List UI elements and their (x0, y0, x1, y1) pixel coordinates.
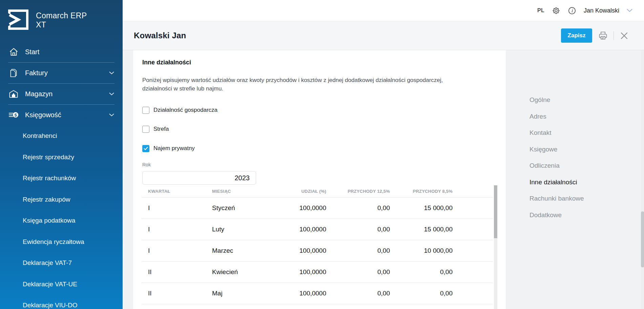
comarch-logo-icon (8, 9, 28, 30)
sidebar-item-magazyn[interactable]: Magazyn (0, 83, 123, 104)
nav-ogolne[interactable]: Ogólne (529, 92, 584, 108)
sidebar-item-rejestr-rachunkow[interactable]: Rejestr rachunków (0, 168, 123, 189)
nav-kontakt[interactable]: Kontakt (529, 125, 584, 141)
sidebar-item-start[interactable]: Start (0, 41, 123, 62)
page-title: Kowalski Jan (134, 31, 186, 40)
checkbox-dzialalnosc-gospodarcza[interactable]: Działalność gospodarcza (142, 106, 217, 114)
table-row-partial (142, 304, 493, 308)
page-scrollbar-thumb[interactable] (641, 211, 644, 267)
table-row[interactable]: I Styczeń 100,0000 0,00 15 000,00 (142, 197, 493, 219)
svg-text:$: $ (14, 112, 17, 118)
nav-odliczenia[interactable]: Odliczenia (529, 158, 584, 174)
table-scrollbar[interactable] (494, 185, 497, 309)
sidebar-item-rejestr-sprzedazy[interactable]: Rejestr sprzedaży (0, 147, 123, 168)
chevron-down-icon[interactable] (627, 9, 632, 12)
table-row[interactable]: II Maj 100,0000 0,00 0,00 (142, 283, 493, 304)
form-card: Inne działalności Poniżej wpisujemy wart… (133, 50, 506, 309)
chevron-down-icon (109, 92, 114, 96)
months-table: KWARTAŁ MIESIĄC UDZIAŁ (%) PRZYCHODY 12,… (142, 185, 493, 308)
info-icon[interactable]: i (568, 6, 576, 15)
brand-line1: Comarch ERP (36, 11, 87, 20)
language-selector[interactable]: PL (537, 7, 544, 14)
checkbox-label: Działalność gospodarcza (153, 107, 217, 114)
checkbox-label: Strefa (153, 126, 169, 132)
nav-adres[interactable]: Adres (529, 108, 584, 125)
page-scrollbar[interactable] (641, 50, 644, 309)
check-icon (144, 147, 148, 150)
save-button[interactable]: Zapisz (561, 28, 592, 43)
table-row[interactable]: II Kwiecień 100,0000 0,00 0,00 (142, 261, 493, 283)
nav-inne-dzialalnosci[interactable]: Inne działalności (529, 174, 584, 191)
brand-text: Comarch ERP XT (36, 9, 87, 29)
table-row[interactable]: I Marzec 100,0000 0,00 10 000,00 (142, 240, 493, 261)
year-input[interactable] (142, 171, 256, 185)
column-kwartal: KWARTAŁ (142, 189, 212, 194)
table-header-row: KWARTAŁ MIESIĄC UDZIAŁ (%) PRZYCHODY 12,… (142, 185, 493, 197)
brand-line2: XT (36, 20, 87, 29)
checkbox-box[interactable] (142, 145, 149, 152)
sidebar-item-faktury[interactable]: Faktury (0, 62, 123, 83)
checkbox-strefa[interactable]: Strefa (142, 125, 169, 133)
sidebar-item-ewidencja-ryczaltowa[interactable]: Ewidencja ryczałtowa (0, 231, 123, 253)
ksiegowosc-submenu: Kontrahenci Rejestr sprzedaży Rejestr ra… (0, 125, 123, 309)
brand[interactable]: Comarch ERP XT (8, 9, 87, 30)
home-icon (8, 47, 19, 56)
settings-gear-icon[interactable] (552, 6, 560, 15)
close-icon[interactable] (620, 31, 629, 40)
checkbox-label: Najem prywatny (153, 145, 195, 152)
nav-ksiegowe[interactable]: Księgowe (529, 141, 584, 158)
column-udzial: UDZIAŁ (%) (263, 189, 326, 194)
checkbox-box[interactable] (142, 126, 149, 133)
sidebar-item-label: Start (25, 48, 39, 56)
warehouse-icon (8, 89, 19, 98)
user-menu[interactable]: Jan Kowalski (584, 7, 619, 14)
sidebar-item-deklaracje-vat-ue[interactable]: Deklaracje VAT-UE (0, 274, 123, 295)
topbar: PL i Jan Kowalski (123, 0, 644, 21)
chevron-down-icon (109, 71, 114, 75)
column-przychody-125: PRZYCHODY 12,5% (326, 189, 390, 194)
column-przychody-85: PRZYCHODY 8,5% (390, 189, 453, 194)
sidebar-item-label: Księgowość (25, 111, 61, 119)
nav-rachunki-bankowe[interactable]: Rachunki bankowe (529, 190, 584, 207)
content-area: Inne działalności Poniżej wpisujemy wart… (123, 50, 644, 309)
sidebar-item-label: Magazyn (25, 90, 53, 98)
accounting-icon: $ (8, 110, 19, 119)
main-menu: Start Faktury Magazyn (0, 41, 123, 309)
year-label: Rok (142, 162, 151, 167)
sidebar-item-deklaracje-vat-7[interactable]: Deklaracje VAT-7 (0, 252, 123, 274)
table-scrollbar-thumb[interactable] (494, 185, 497, 238)
invoices-icon (8, 68, 19, 78)
table-row[interactable]: I Luty 100,0000 0,00 15 000,00 (142, 219, 493, 240)
sidebar-item-kontrahenci[interactable]: Kontrahenci (0, 125, 123, 147)
chevron-down-icon (109, 114, 114, 117)
column-miesiac: MIESIĄC (212, 189, 263, 194)
sidebar-item-ksiegowosc[interactable]: $ Księgowość (0, 104, 123, 125)
print-icon[interactable] (598, 30, 608, 41)
sidebar: Comarch ERP XT Start Faktury (0, 0, 123, 309)
sidebar-item-ksiega-podatkowa[interactable]: Księga podatkowa (0, 210, 123, 231)
nav-dodatkowe[interactable]: Dodatkowe (529, 207, 584, 224)
section-nav: Ogólne Adres Kontakt Księgowe Odliczenia… (529, 92, 584, 223)
sidebar-item-deklaracje-viu-do[interactable]: Deklaracje VIU-DO (0, 295, 123, 309)
divider (614, 31, 614, 40)
svg-text:i: i (571, 7, 573, 13)
section-description: Poniżej wpisujemy wartość udziałów oraz … (142, 76, 473, 93)
header-actions: Zapisz (561, 28, 644, 43)
sidebar-item-rejestr-zakupow[interactable]: Rejestr zakupów (0, 189, 123, 210)
checkbox-box[interactable] (142, 107, 149, 114)
record-header: Kowalski Jan Zapisz (123, 21, 644, 50)
section-title: Inne działalności (142, 59, 191, 66)
checkbox-najem-prywatny[interactable]: Najem prywatny (142, 145, 195, 152)
sidebar-item-label: Faktury (25, 69, 48, 77)
